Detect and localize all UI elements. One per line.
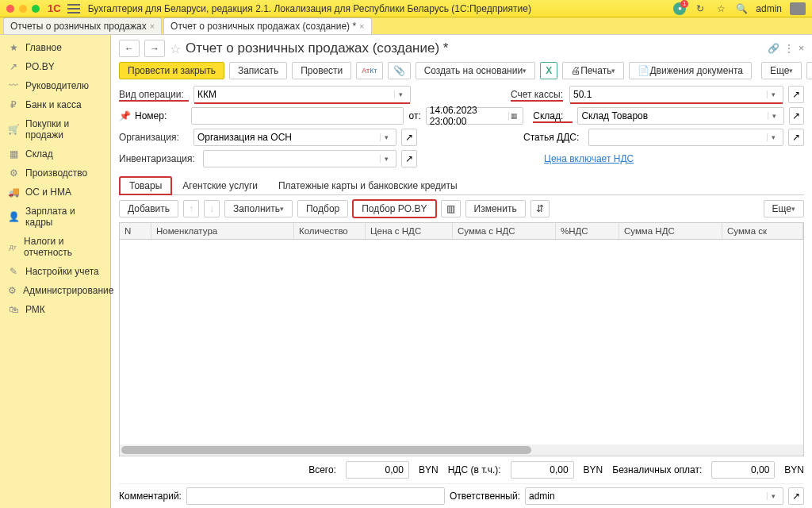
open-ref-button[interactable]: ↗ bbox=[788, 86, 804, 103]
link-icon[interactable]: 🔗 bbox=[768, 43, 779, 54]
current-user[interactable]: admin bbox=[756, 3, 782, 14]
create-based-button[interactable]: Создать на основании bbox=[416, 62, 536, 79]
pick-button[interactable]: Подбор bbox=[297, 200, 348, 217]
chevron-down-icon[interactable]: ▾ bbox=[768, 112, 780, 120]
pencil-icon: ✎ bbox=[8, 266, 19, 277]
col-n[interactable]: N bbox=[120, 223, 151, 239]
comment-input[interactable] bbox=[186, 487, 445, 505]
price-vat-link[interactable]: Цена включает НДС bbox=[544, 153, 804, 164]
close-window-icon[interactable] bbox=[6, 5, 14, 13]
sidebar-item-warehouse[interactable]: ▦Склад bbox=[0, 144, 110, 164]
op-type-combo[interactable]: ККМ ▾ bbox=[193, 86, 411, 103]
open-ref-button[interactable]: ↗ bbox=[788, 129, 804, 146]
sidebar-item-settings[interactable]: ✎Настройки учета bbox=[0, 262, 110, 281]
maximize-window-icon[interactable] bbox=[32, 5, 40, 13]
horizontal-scrollbar[interactable] bbox=[120, 444, 803, 456]
org-combo[interactable]: Организация на ОСН ▾ bbox=[193, 129, 396, 146]
form-tabs: Товары Агентские услуги Платежные карты … bbox=[119, 176, 804, 195]
pin-icon[interactable]: 📌 bbox=[119, 110, 130, 121]
cart-icon: 🛒 bbox=[8, 124, 19, 135]
add-row-button[interactable]: Добавить bbox=[119, 200, 178, 217]
open-ref-button[interactable]: ↗ bbox=[401, 150, 417, 167]
notifications-icon[interactable]: ● bbox=[673, 2, 686, 15]
tab-reports-list[interactable]: Отчеты о розничных продажах × bbox=[3, 17, 162, 34]
sidebar-item-os-nma[interactable]: 🚚ОС и НМА bbox=[0, 183, 110, 202]
more-button[interactable]: Еще bbox=[761, 62, 802, 79]
titlebar: 1C Бухгалтерия для Беларуси, редакция 2.… bbox=[0, 0, 812, 17]
barcode-button[interactable]: ▥ bbox=[441, 200, 461, 217]
sidebar-item-rmk[interactable]: 🛍РМК bbox=[0, 300, 110, 319]
minimize-window-icon[interactable] bbox=[19, 5, 27, 13]
fill-button[interactable]: Заполнить bbox=[224, 200, 293, 217]
date-input[interactable]: 14.06.2023 23:00:00 ▦ bbox=[426, 107, 524, 125]
pick-poby-button[interactable]: Подбор PO.BY bbox=[353, 200, 435, 217]
close-icon[interactable]: × bbox=[359, 21, 364, 31]
movements-button[interactable]: 📄 Движения документа bbox=[629, 62, 752, 79]
open-ref-button[interactable]: ↗ bbox=[401, 129, 417, 146]
chevron-down-icon[interactable]: ▾ bbox=[767, 133, 779, 141]
nav-back-button[interactable]: ← bbox=[119, 40, 140, 57]
excel-button[interactable]: X bbox=[540, 62, 557, 79]
tab-agent-services[interactable]: Агентские услуги bbox=[172, 176, 268, 194]
post-and-close-button[interactable]: Провести и закрыть bbox=[119, 62, 224, 79]
dxdx-button[interactable]: ⇵ bbox=[530, 200, 550, 217]
panel-toggle-icon[interactable] bbox=[790, 2, 806, 15]
sidebar-item-salary[interactable]: 👤Зарплата и кадры bbox=[0, 202, 110, 232]
chevron-down-icon[interactable]: ▾ bbox=[767, 90, 779, 98]
sidebar-item-manager[interactable]: 〰Руководителю bbox=[0, 76, 110, 95]
chevron-down-icon[interactable]: ▾ bbox=[767, 492, 779, 500]
post-button[interactable]: Провести bbox=[292, 62, 351, 79]
sidebar-item-taxes[interactable]: ДтНалоги и отчетность bbox=[0, 232, 110, 262]
history-icon[interactable]: ↻ bbox=[694, 2, 707, 15]
sidebar-item-sales[interactable]: 🛒Покупки и продажи bbox=[0, 114, 110, 144]
col-sum[interactable]: Сумма с НДС bbox=[453, 223, 556, 239]
nav-forward-button[interactable]: → bbox=[144, 40, 165, 57]
move-down-button[interactable]: ↓ bbox=[204, 200, 220, 217]
move-up-button[interactable]: ↑ bbox=[183, 200, 199, 217]
hamburger-icon[interactable] bbox=[67, 4, 80, 13]
favorite-star-icon[interactable]: ☆ bbox=[170, 41, 181, 56]
col-discount[interactable]: Сумма ск bbox=[722, 223, 803, 239]
tabstrip: Отчеты о розничных продажах × Отчет о ро… bbox=[0, 17, 812, 35]
close-page-icon[interactable]: × bbox=[799, 43, 804, 54]
search-icon[interactable]: 🔍 bbox=[735, 2, 748, 15]
write-button[interactable]: Записать bbox=[229, 62, 287, 79]
close-icon[interactable]: × bbox=[150, 21, 155, 31]
dt-kt-button[interactable]: АтКт bbox=[356, 62, 382, 79]
help-button[interactable]: ? bbox=[806, 62, 812, 79]
warehouse-combo[interactable]: Склад Товаров ▾ bbox=[577, 107, 783, 125]
print-button[interactable]: 🖨 Печать bbox=[562, 62, 624, 79]
calendar-icon[interactable]: ▦ bbox=[508, 112, 520, 120]
cash-acc-combo[interactable]: 50.1 ▾ bbox=[569, 86, 783, 103]
col-vat-sum[interactable]: Сумма НДС bbox=[619, 223, 722, 239]
col-nomenclature[interactable]: Номенклатура bbox=[151, 223, 294, 239]
col-qty[interactable]: Количество bbox=[294, 223, 366, 239]
table-more-button[interactable]: Еще bbox=[764, 200, 804, 217]
sidebar-item-poby[interactable]: ↗PO.BY bbox=[0, 57, 110, 76]
inventory-combo[interactable]: ▾ bbox=[203, 150, 396, 167]
table-body[interactable] bbox=[120, 240, 803, 442]
chevron-down-icon[interactable]: ▾ bbox=[380, 133, 393, 141]
sidebar-item-production[interactable]: ⚙Производство bbox=[0, 164, 110, 183]
sidebar-item-main[interactable]: ★Главное bbox=[0, 38, 110, 57]
goods-table[interactable]: N Номенклатура Количество Цена с НДС Сум… bbox=[119, 222, 804, 456]
number-input[interactable] bbox=[191, 107, 404, 125]
open-ref-button[interactable]: ↗ bbox=[789, 107, 804, 125]
chevron-down-icon[interactable]: ▾ bbox=[394, 90, 407, 98]
open-ref-button[interactable]: ↗ bbox=[788, 487, 804, 505]
change-button[interactable]: Изменить bbox=[465, 200, 526, 217]
sidebar-item-admin[interactable]: ⚙Администрирование bbox=[0, 281, 110, 300]
col-vat-pct[interactable]: %НДС bbox=[556, 223, 619, 239]
menu-icon[interactable]: ⋮ bbox=[784, 43, 794, 54]
tab-goods[interactable]: Товары bbox=[119, 176, 172, 195]
dds-combo[interactable]: ▾ bbox=[588, 129, 783, 146]
chevron-down-icon[interactable]: ▾ bbox=[380, 155, 393, 163]
favorites-icon[interactable]: ☆ bbox=[714, 2, 727, 15]
tab-report-create[interactable]: Отчет о розничных продажах (создание) * … bbox=[163, 17, 371, 34]
sidebar-item-bank[interactable]: ₽Банк и касса bbox=[0, 95, 110, 114]
col-price[interactable]: Цена с НДС bbox=[366, 223, 453, 239]
attach-button[interactable]: 📎 bbox=[388, 62, 411, 79]
window-controls[interactable] bbox=[6, 5, 40, 13]
tab-payment-cards[interactable]: Платежные карты и банковские кредиты bbox=[268, 176, 468, 194]
responsible-combo[interactable]: admin ▾ bbox=[525, 487, 783, 505]
